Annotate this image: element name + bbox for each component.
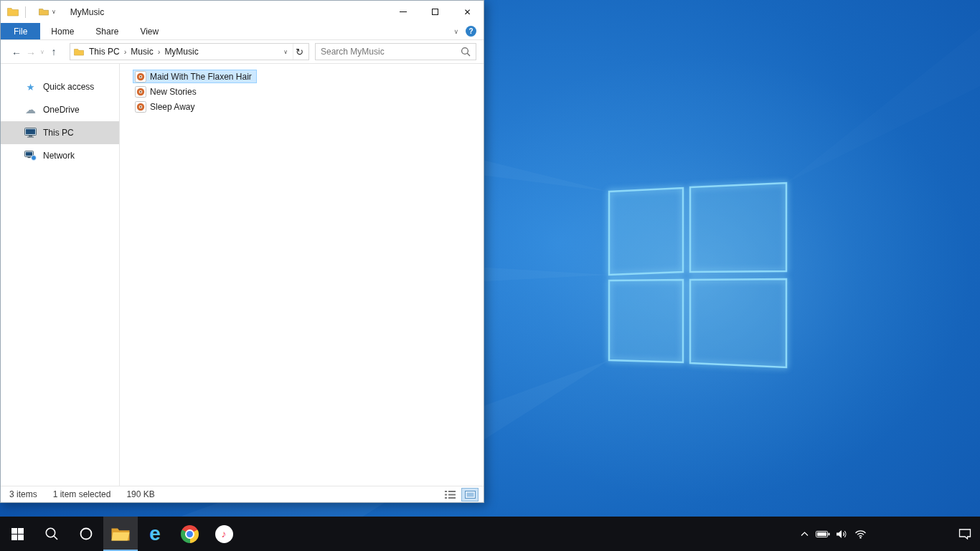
selection-count: 1 item selected: [53, 489, 111, 499]
wifi-icon[interactable]: [851, 517, 870, 551]
close-button[interactable]: ✕: [451, 1, 484, 23]
divider: [25, 6, 26, 18]
search-icon: [44, 527, 59, 541]
forward-button[interactable]: →: [24, 47, 38, 57]
computer-icon: [24, 128, 37, 138]
tab-home[interactable]: Home: [40, 23, 85, 39]
cortana-button[interactable]: [69, 517, 103, 551]
maximize-button[interactable]: [419, 1, 451, 23]
help-icon[interactable]: ?: [466, 26, 476, 37]
search-icon[interactable]: [461, 47, 471, 57]
search-box[interactable]: [315, 43, 476, 60]
windows-logo-icon: [11, 528, 24, 540]
action-center-icon: [958, 528, 971, 540]
breadcrumb-separator-icon[interactable]: ›: [155, 47, 164, 56]
itunes-icon: ♪: [215, 525, 233, 543]
music-file-icon: [135, 101, 146, 113]
chevron-up-icon: [801, 532, 809, 537]
taskbar-music-button[interactable]: ♪: [207, 517, 241, 551]
cortana-icon: [79, 527, 93, 541]
start-button[interactable]: [0, 517, 34, 551]
internet-explorer-icon: e: [149, 524, 161, 544]
breadcrumb-mymusic[interactable]: MyMusic: [163, 47, 199, 57]
action-center-button[interactable]: [950, 528, 980, 540]
taskbar-internet-explorer-button[interactable]: e: [138, 517, 172, 551]
address-folder-icon: [74, 48, 84, 56]
back-button[interactable]: ←: [9, 47, 24, 57]
star-icon: ★: [24, 82, 37, 93]
music-file-icon: [135, 71, 146, 83]
recent-locations-chevron-icon[interactable]: ∨: [38, 49, 47, 55]
music-file-icon: [135, 86, 146, 98]
customize-toolbar-chevron-icon[interactable]: ∨: [52, 9, 56, 15]
selection-size: 190 KB: [126, 489, 154, 499]
file-name: Maid With The Flaxen Hair: [150, 72, 252, 82]
sidebar-item-onedrive[interactable]: ☁ OneDrive: [1, 98, 119, 121]
tab-view[interactable]: View: [129, 23, 169, 39]
navigation-pane: ★ Quick access ☁ OneDrive This PC Networ…: [1, 64, 120, 486]
quick-access-toolbar-folder-icon[interactable]: [39, 8, 49, 16]
sidebar-item-label: OneDrive: [43, 105, 80, 115]
refresh-icon[interactable]: ↻: [293, 44, 308, 60]
taskbar-chrome-button[interactable]: [172, 517, 207, 551]
sidebar-item-quick-access[interactable]: ★ Quick access: [1, 75, 119, 98]
minimize-button[interactable]: [387, 1, 419, 23]
file-name: New Stories: [150, 87, 197, 97]
sidebar-item-label: Network: [43, 151, 75, 161]
expand-ribbon-chevron-icon[interactable]: ∨: [453, 28, 458, 35]
ribbon-tab-bar: File Home Share View ∨ ?: [1, 23, 484, 40]
minimize-icon: [400, 11, 407, 12]
breadcrumb-this-pc[interactable]: This PC: [88, 47, 121, 57]
sidebar-item-this-pc[interactable]: This PC: [1, 121, 119, 144]
maximize-icon: [432, 9, 438, 15]
taskbar: e ♪: [0, 517, 980, 551]
status-bar: 3 items 1 item selected 190 KB: [1, 486, 484, 502]
file-item-sleep-away[interactable]: Sleep Away: [133, 100, 200, 113]
sidebar-item-label: Quick access: [43, 82, 94, 92]
battery-icon[interactable]: [814, 517, 832, 551]
search-input[interactable]: [316, 47, 456, 57]
items-count: 3 items: [9, 489, 37, 499]
taskbar-search-button[interactable]: [34, 517, 69, 551]
window-title: MyMusic: [70, 7, 104, 17]
chrome-icon: [181, 525, 199, 543]
network-icon: [24, 151, 37, 161]
file-item-maid-with-the-flaxen-hair[interactable]: Maid With The Flaxen Hair: [133, 70, 257, 83]
address-dropdown-chevron-icon[interactable]: ∨: [278, 49, 293, 55]
file-list[interactable]: Maid With The Flaxen Hair New Stories Sl…: [120, 64, 484, 486]
navigation-toolbar: ← → ∨ ↑ This PC › Music › MyMusic ∨ ↻: [1, 40, 484, 64]
title-bar[interactable]: ∨ MyMusic ✕: [1, 1, 484, 23]
tab-share[interactable]: Share: [85, 23, 129, 39]
large-icons-view-button[interactable]: [462, 489, 478, 501]
details-view-button[interactable]: [442, 489, 458, 501]
breadcrumb-music[interactable]: Music: [129, 47, 154, 57]
system-tray: [795, 517, 980, 551]
file-explorer-icon: [111, 527, 130, 541]
show-hidden-icons-button[interactable]: [795, 517, 814, 551]
folder-icon: [7, 7, 19, 17]
file-explorer-window: ∨ MyMusic ✕ File Home Share View ∨ ? ← →…: [0, 0, 484, 503]
file-item-new-stories[interactable]: New Stories: [133, 85, 202, 98]
breadcrumb-separator-icon[interactable]: ›: [121, 47, 130, 56]
tab-file[interactable]: File: [1, 23, 40, 39]
speaker-icon[interactable]: [832, 517, 851, 551]
file-name: Sleep Away: [150, 102, 195, 112]
sidebar-item-network[interactable]: Network: [1, 144, 119, 167]
up-button[interactable]: ↑: [47, 47, 61, 57]
taskbar-file-explorer-button[interactable]: [103, 517, 138, 551]
cloud-icon: ☁: [24, 103, 37, 116]
address-bar[interactable]: This PC › Music › MyMusic ∨ ↻: [70, 43, 309, 60]
sidebar-item-label: This PC: [43, 128, 74, 138]
